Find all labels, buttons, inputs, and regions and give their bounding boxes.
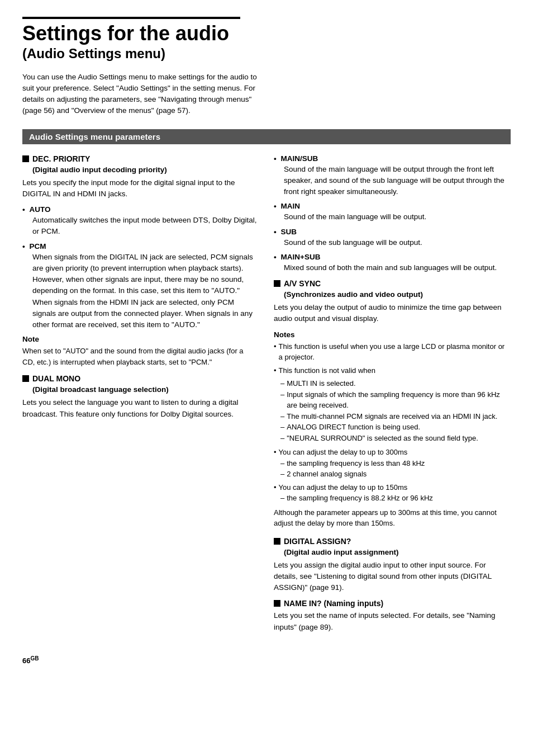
- dec-priority-note-text: When set to "AUTO" and the sound from th…: [22, 346, 257, 367]
- not-valid-dash-list: MULTI IN is selected. Input signals of w…: [280, 378, 511, 443]
- dual-mono-subtitle: (Digital broadcast language selection): [32, 385, 257, 394]
- page-title: Settings for the audio: [22, 22, 511, 45]
- main-sub-label: MAIN/SUB: [281, 154, 318, 163]
- page-container: Settings for the audio (Audio Settings m…: [22, 17, 511, 665]
- not-valid-dash-5: "NEURAL SURROUND" is selected as the sou…: [280, 433, 511, 444]
- intro-text: You can use the Audio Settings menu to m…: [22, 72, 257, 117]
- name-in-heading: NAME IN? (Naming inputs): [274, 599, 511, 608]
- name-in-title: NAME IN? (Naming inputs): [284, 599, 383, 608]
- av-sync-note-1: This function is useful when you use a l…: [274, 341, 511, 363]
- main-sub-bullet-row: • MAIN/SUB: [274, 154, 511, 163]
- av-sync-notes-header: Notes: [274, 330, 511, 339]
- av-sync-subtitle: (Synchronizes audio and video output): [284, 290, 511, 299]
- name-in-body: Lets you set the name of inputs selected…: [274, 610, 511, 633]
- delay-300ms-dash-2: 2 channel analog signals: [280, 469, 511, 480]
- main-desc: Sound of the main language will be outpu…: [284, 211, 511, 223]
- delay-150ms-dash-1: the sampling frequency is 88.2 kHz or 96…: [280, 493, 511, 504]
- not-valid-dash-3: The multi-channel PCM signals are receiv…: [280, 411, 511, 422]
- dual-mono-heading: DUAL MONO: [22, 374, 257, 383]
- av-sync-body: Lets you delay the output of audio to mi…: [274, 302, 511, 325]
- main-sub-dot: •: [274, 154, 277, 163]
- pcm-bullet-dot: •: [22, 242, 25, 251]
- av-sync-notes4: Although the parameter appears up to 300…: [274, 507, 511, 529]
- delay-150ms-dash-list: the sampling frequency is 88.2 kHz or 96…: [280, 493, 511, 504]
- top-border: [22, 17, 240, 19]
- not-valid-dash-1: MULTI IN is selected.: [280, 378, 511, 389]
- name-in-icon: [274, 600, 280, 607]
- av-sync-icon: [274, 280, 280, 287]
- main-label: MAIN: [281, 202, 301, 210]
- digital-assign-body: Lets you assign the digital audio input …: [274, 560, 511, 594]
- av-sync-title: A/V SYNC: [284, 279, 321, 288]
- auto-bullet-desc: Automatically switches the input mode be…: [32, 215, 257, 238]
- digital-assign-heading: DIGITAL ASSIGN?: [274, 537, 511, 546]
- auto-bullet-label: AUTO: [30, 205, 51, 214]
- pcm-bullet-desc: When signals from the DIGITAL IN jack ar…: [32, 252, 257, 331]
- pcm-bullet-row: • PCM: [22, 242, 257, 251]
- dec-priority-heading: DEC. PRIORITY: [22, 154, 257, 163]
- main-plus-sub-dot: •: [274, 253, 277, 261]
- pcm-bullet-label: PCM: [30, 242, 46, 251]
- dual-mono-title: DUAL MONO: [32, 374, 80, 383]
- dec-priority-title: DEC. PRIORITY: [32, 154, 90, 163]
- page-number: 66GB: [22, 655, 511, 665]
- digital-assign-title: DIGITAL ASSIGN?: [284, 537, 351, 546]
- dec-priority-note-header: Note: [22, 335, 257, 343]
- not-valid-dash-2: Input signals of which the sampling freq…: [280, 389, 511, 411]
- section-header: Audio Settings menu parameters: [22, 129, 511, 144]
- av-sync-note-2-row: • This function is not valid when: [274, 365, 511, 376]
- sub-bullet-row: • SUB: [274, 228, 511, 236]
- dec-priority-icon: [22, 155, 29, 162]
- delay-300ms-dash-list: the sampling frequency is less than 48 k…: [280, 458, 511, 480]
- dual-mono-body: Lets you select the language you want to…: [22, 397, 257, 420]
- delay-150ms-note-row: • You can adjust the delay to up to 150m…: [274, 482, 511, 504]
- dual-mono-icon: [22, 375, 29, 382]
- delay-300ms-note-row: • You can adjust the delay to up to 300m…: [274, 447, 511, 480]
- digital-assign-icon: [274, 538, 280, 545]
- auto-bullet-dot: •: [22, 205, 25, 214]
- sub-desc: Sound of the sub language will be output…: [284, 237, 511, 248]
- delay-300ms-dash-1: the sampling frequency is less than 48 k…: [280, 458, 511, 469]
- two-column-layout: DEC. PRIORITY (Digital audio input decod…: [22, 154, 511, 639]
- main-plus-sub-bullet-row: • MAIN+SUB: [274, 253, 511, 261]
- not-valid-dash-4: ANALOG DIRECT function is being used.: [280, 422, 511, 433]
- av-sync-heading: A/V SYNC: [274, 279, 511, 288]
- page-subtitle: (Audio Settings menu): [22, 46, 511, 62]
- main-plus-sub-label: MAIN+SUB: [281, 253, 321, 261]
- digital-assign-subtitle: (Digital audio input assignment): [284, 548, 511, 556]
- auto-bullet-row: • AUTO: [22, 205, 257, 214]
- main-plus-sub-desc: Mixed sound of both the main and sub lan…: [284, 262, 511, 273]
- left-column: DEC. PRIORITY (Digital audio input decod…: [22, 154, 257, 639]
- dec-priority-subtitle: (Digital audio input decoding priority): [32, 166, 257, 174]
- main-dot: •: [274, 202, 277, 210]
- sub-dot: •: [274, 228, 277, 236]
- sub-label: SUB: [281, 228, 297, 236]
- main-bullet-row: • MAIN: [274, 202, 511, 210]
- dec-priority-body: Lets you specify the input mode for the …: [22, 177, 257, 200]
- main-sub-desc: Sound of the main language will be outpu…: [284, 164, 511, 198]
- right-column: • MAIN/SUB Sound of the main language wi…: [274, 154, 511, 639]
